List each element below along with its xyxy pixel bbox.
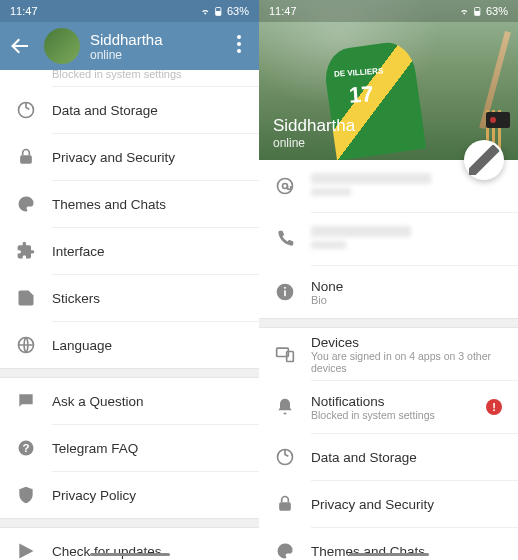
play-icon	[16, 541, 36, 560]
sticker-icon	[16, 288, 36, 308]
chat-icon	[16, 391, 36, 411]
back-button[interactable]	[8, 34, 32, 58]
status-icons: 63%	[200, 4, 249, 18]
item-label: Interface	[52, 244, 105, 259]
nav-pill[interactable]	[349, 553, 429, 556]
app-bar: Siddhartha online	[0, 22, 259, 70]
help-icon: ?	[16, 438, 36, 458]
item-label: Stickers	[52, 291, 100, 306]
notif-sub: Blocked in system settings	[311, 409, 486, 421]
profile-list: None Bio Devices You are signed in on 4 …	[259, 160, 518, 560]
item-label: Telegram FAQ	[52, 441, 138, 456]
settings-list: Blocked in system settings Data and Stor…	[0, 70, 259, 560]
item-label: Data and Storage	[311, 450, 417, 465]
item-themes[interactable]: Themes and Chats	[0, 181, 259, 227]
palette-icon	[275, 541, 295, 560]
item-data-storage[interactable]: Data and Storage	[0, 87, 259, 133]
profile-status: online	[273, 136, 355, 150]
phone-icon	[275, 229, 295, 249]
item-ask[interactable]: Ask a Question	[0, 378, 259, 424]
wifi-icon	[200, 6, 211, 17]
jersey-number: 17	[348, 81, 374, 109]
item-label: Data and Storage	[52, 103, 158, 118]
info-icon	[275, 282, 295, 302]
item-stickers[interactable]: Stickers	[0, 275, 259, 321]
alert-badge: !	[486, 399, 502, 415]
item-label: Privacy and Security	[311, 497, 434, 512]
notif-label: Notifications	[311, 394, 486, 409]
bio-label: Bio	[311, 294, 502, 306]
nav-pill[interactable]	[90, 553, 170, 556]
svg-rect-17	[284, 287, 286, 289]
devices-row[interactable]: Devices You are signed in on 4 apps on 3…	[259, 328, 518, 380]
globe-icon	[16, 335, 36, 355]
bio-value: None	[311, 279, 502, 294]
header-meta[interactable]: Siddhartha online	[90, 31, 227, 62]
item-faq[interactable]: ?Telegram FAQ	[0, 425, 259, 471]
battery-pct: 63%	[486, 5, 508, 17]
status-bar: 11:47 63%	[259, 0, 518, 22]
phone-row[interactable]	[259, 213, 518, 265]
devices-label: Devices	[311, 335, 502, 350]
battery-icon	[213, 4, 224, 18]
data-icon	[16, 100, 36, 120]
profile-screen-right: 11:47 63% DE VILLIERS 17 Siddhartha onli…	[259, 0, 518, 560]
svg-text:?: ?	[22, 441, 29, 454]
svg-rect-21	[279, 502, 291, 510]
item-label: Ask a Question	[52, 394, 144, 409]
item-label: Privacy and Security	[52, 150, 175, 165]
svg-rect-6	[20, 155, 32, 163]
svg-rect-12	[475, 11, 480, 15]
item-label: Language	[52, 338, 112, 353]
item-label: Themes and Chats	[311, 544, 425, 559]
item-data-storage[interactable]: Data and Storage	[259, 434, 518, 480]
devices-icon	[275, 344, 295, 364]
item-interface[interactable]: Interface	[0, 228, 259, 274]
bell-icon	[275, 397, 295, 417]
battery-icon	[472, 4, 483, 18]
item-language[interactable]: Language	[0, 322, 259, 368]
header-status: online	[90, 48, 227, 62]
svg-point-3	[237, 42, 241, 46]
more-button[interactable]	[227, 32, 251, 60]
svg-point-2	[237, 35, 241, 39]
item-privacy[interactable]: Privacy and Security	[0, 134, 259, 180]
lock-icon	[275, 494, 295, 514]
lock-icon	[16, 147, 36, 167]
palette-icon	[16, 194, 36, 214]
blocked-hint: Blocked in system settings	[0, 70, 259, 86]
at-icon	[275, 176, 295, 196]
notifications-row[interactable]: Notifications Blocked in system settings…	[259, 381, 518, 433]
devices-sub: You are signed in on 4 apps on 3 other d…	[311, 350, 502, 374]
item-privacy[interactable]: Privacy and Security	[259, 481, 518, 527]
avatar[interactable]	[44, 28, 80, 64]
profile-name: Siddhartha	[273, 116, 355, 136]
hero-tv	[486, 112, 510, 128]
bio-row[interactable]: None Bio	[259, 266, 518, 318]
svg-rect-16	[284, 290, 286, 296]
hero-meta: Siddhartha online	[273, 116, 355, 150]
svg-rect-1	[216, 11, 221, 15]
item-policy[interactable]: Privacy Policy	[0, 472, 259, 518]
data-icon	[275, 447, 295, 467]
shield-icon	[16, 485, 36, 505]
status-icons: 63%	[459, 4, 508, 18]
profile-hero[interactable]: DE VILLIERS 17 Siddhartha online	[259, 0, 518, 160]
svg-point-4	[237, 49, 241, 53]
edit-fab[interactable]	[464, 140, 504, 180]
clock: 11:47	[269, 5, 459, 17]
status-bar: 11:47 63%	[0, 0, 259, 22]
clock: 11:47	[10, 5, 200, 17]
battery-pct: 63%	[227, 5, 249, 17]
wifi-icon	[459, 6, 470, 17]
item-label: Privacy Policy	[52, 488, 136, 503]
puzzle-icon	[16, 241, 36, 261]
settings-screen-left: 11:47 63% Siddhartha online Blocked in s…	[0, 0, 259, 560]
item-label: Themes and Chats	[52, 197, 166, 212]
header-name: Siddhartha	[90, 31, 227, 48]
item-label: Check for updates	[52, 544, 162, 559]
